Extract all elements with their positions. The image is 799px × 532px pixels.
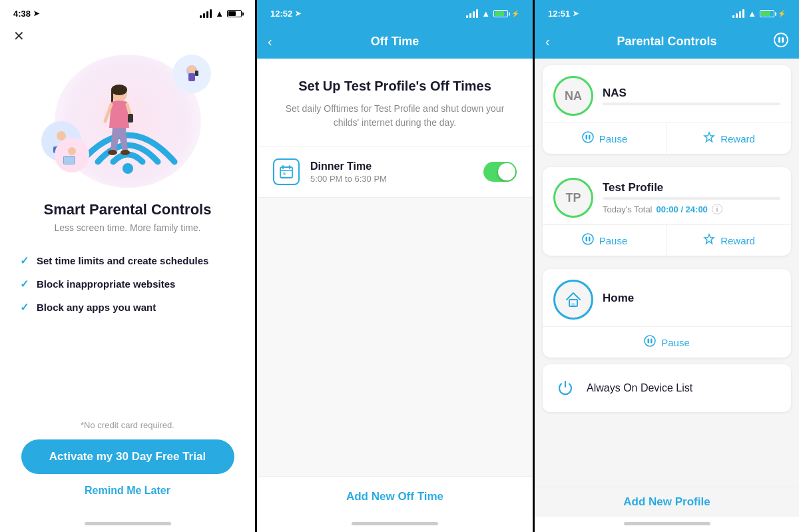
info-icon-test[interactable]: i: [712, 204, 722, 214]
feature-item-1: ✓ Set time limits and create schedules: [13, 249, 242, 272]
back-button-3[interactable]: ‹: [545, 34, 550, 49]
no-credit-text: *No credit card required.: [81, 420, 174, 430]
svg-rect-31: [571, 303, 575, 306]
panel3-spacer: [535, 419, 799, 487]
off-time-card: Set Up Test Profile's Off Times Set dail…: [257, 59, 533, 146]
home-indicator-3: [624, 522, 710, 525]
wifi-icon-1: ▲: [215, 9, 224, 19]
status-bar-3: 12:51 ➤ ▲ ⚡: [535, 0, 799, 24]
add-profile-footer: Add New Profile: [535, 487, 799, 517]
status-icons-1: ▲: [200, 9, 242, 19]
off-time-item-1[interactable]: Dinner Time 5:00 PM to 6:30 PM: [257, 146, 533, 198]
test-pause-button[interactable]: Pause: [543, 225, 667, 256]
off-time-name-1: Dinner Time: [310, 160, 473, 172]
profile-card-home: Home Pause: [543, 269, 791, 358]
trial-button[interactable]: Activate my 30 Day Free Trial: [21, 439, 234, 474]
signal-icon-3: [732, 9, 744, 18]
page-title-3: Parental Controls: [617, 35, 716, 49]
svg-point-10: [188, 65, 196, 73]
svg-rect-12: [195, 71, 198, 76]
off-time-card-title: Set Up Test Profile's Off Times: [273, 79, 517, 94]
off-time-header: ‹ Off Time: [257, 24, 533, 59]
test-progress-bar: [603, 197, 780, 200]
feature-item-2: ✓ Block inappropriate websites: [13, 272, 242, 296]
wifi-icon-3: ▲: [748, 9, 756, 19]
panel1-content: Smart Parental Controls Less screen time…: [0, 48, 255, 413]
home-indicator-1: [85, 522, 171, 525]
profile-card-nas: NA NAS: [543, 65, 791, 154]
test-profile-info: Test Profile Today's Total 00:00 / 24:00…: [603, 181, 780, 214]
svg-point-32: [645, 336, 655, 346]
always-on-text: Always On Device List: [587, 382, 692, 394]
panel2-footer: Add New Off Time: [257, 476, 533, 517]
svg-rect-15: [64, 156, 75, 164]
panel1-footer: *No credit card required. Activate my 30…: [0, 413, 255, 517]
home-profile-info: Home: [603, 292, 780, 308]
off-time-list: Dinner Time 5:00 PM to 6:30 PM: [257, 146, 533, 312]
test-profile-actions: Pause Reward: [543, 224, 791, 256]
profile-card-test: TP Test Profile Today's Total 00:00 / 24…: [543, 167, 791, 256]
charging-icon: ⚡: [511, 10, 519, 17]
check-icon-2: ✓: [20, 278, 29, 290]
feature-item-3: ✓ Block any apps you want: [13, 296, 242, 319]
status-icons-2: ▲ ⚡: [466, 9, 519, 19]
nas-profile-actions: Pause Reward: [543, 123, 791, 154]
svg-rect-26: [589, 135, 591, 140]
pause-all-button[interactable]: [774, 33, 788, 51]
battery-icon-3: [760, 10, 774, 17]
status-time-1: 4:38 ➤: [13, 9, 39, 19]
test-avatar: TP: [553, 178, 593, 218]
status-time-2: 12:52 ➤: [270, 9, 301, 19]
home-profile-header: Home: [543, 269, 791, 326]
svg-rect-34: [651, 339, 653, 344]
person-standing: [101, 85, 138, 174]
nas-profile-info: NAS: [603, 87, 780, 105]
add-new-off-time-button[interactable]: Add New Off Time: [346, 490, 443, 503]
nas-avatar: NA: [553, 76, 593, 116]
page-title-2: Off Time: [371, 35, 419, 49]
off-time-hours-1: 5:00 PM to 6:30 PM: [310, 174, 473, 184]
toggle-dinner-time[interactable]: [483, 162, 517, 182]
signal-icon-1: [200, 9, 212, 18]
svg-rect-22: [778, 37, 780, 43]
home-profile-actions: Pause: [543, 326, 791, 358]
back-button-2[interactable]: ‹: [268, 34, 272, 49]
svg-rect-6: [128, 114, 133, 123]
panel3-content: NA NAS: [535, 59, 799, 517]
nas-reward-button[interactable]: Reward: [667, 123, 791, 154]
home-pause-button[interactable]: Pause: [543, 327, 791, 358]
power-icon: [553, 376, 577, 400]
nas-profile-name: NAS: [603, 87, 780, 100]
nas-pause-button[interactable]: Pause: [543, 123, 667, 154]
signal-icon-2: [466, 9, 478, 18]
test-reward-button[interactable]: Reward: [667, 225, 791, 256]
svg-rect-29: [589, 237, 591, 242]
parental-controls-header: ‹ Parental Controls: [535, 24, 799, 59]
reward-icon-nas: [703, 131, 715, 146]
reward-icon-test: [703, 233, 715, 248]
panel-off-time: 12:52 ➤ ▲ ⚡ ‹ Off Time Set Up Test Profi…: [257, 0, 533, 532]
person-tablet: [55, 138, 89, 172]
svg-rect-33: [648, 339, 650, 344]
test-stat-value: 00:00 / 24:00: [657, 204, 708, 214]
battery-icon-2: [493, 10, 508, 17]
close-button[interactable]: ✕: [13, 29, 25, 43]
off-time-info-1: Dinner Time 5:00 PM to 6:30 PM: [310, 160, 473, 184]
check-icon-3: ✓: [20, 301, 29, 314]
remind-later-link[interactable]: Remind Me Later: [85, 485, 170, 497]
nas-profile-header: NA NAS: [543, 65, 791, 123]
svg-point-8: [121, 150, 130, 155]
test-profile-stats: Today's Total 00:00 / 24:00 i: [603, 204, 780, 214]
pause-icon-nas: [582, 131, 594, 146]
status-icons-3: ▲ ⚡: [732, 9, 786, 19]
always-on-device-list[interactable]: Always On Device List: [543, 364, 791, 412]
home-indicator-2: [352, 522, 438, 525]
panel-parental-controls: 12:51 ➤ ▲ ⚡ ‹ Parental Controls: [535, 0, 799, 532]
pause-icon-home: [644, 335, 656, 350]
location-icon-3: ➤: [573, 9, 579, 18]
svg-rect-20: [283, 172, 286, 175]
pause-icon-test: [582, 233, 594, 248]
panel1-title: Smart Parental Controls: [44, 201, 212, 218]
add-new-profile-button[interactable]: Add New Profile: [623, 495, 710, 508]
svg-rect-5: [111, 90, 113, 103]
